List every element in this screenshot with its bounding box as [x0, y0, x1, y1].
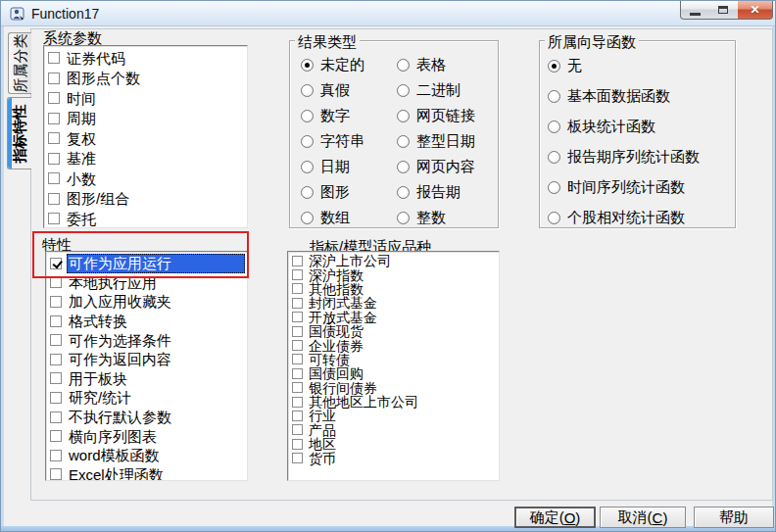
radio-option[interactable]: 未定的 — [301, 52, 364, 77]
checklist-item[interactable]: 小数 — [44, 169, 247, 189]
checklist-item[interactable]: word模板函数 — [46, 446, 247, 465]
checklist-item[interactable]: 行业 — [288, 409, 499, 422]
radio-icon[interactable] — [397, 59, 410, 72]
checkbox-icon[interactable] — [292, 340, 303, 351]
checkbox-icon[interactable] — [292, 256, 303, 266]
checklist-item[interactable]: 深沪指数 — [288, 267, 499, 281]
checkbox-icon[interactable] — [48, 172, 60, 184]
checklist-item[interactable]: 企业债券 — [288, 338, 499, 352]
radio-icon[interactable] — [301, 110, 314, 122]
checkbox-icon[interactable] — [48, 113, 60, 124]
checklist-item[interactable]: 封闭式基金 — [288, 296, 499, 310]
radio-option[interactable]: 无 — [548, 51, 700, 81]
radio-icon[interactable] — [397, 212, 410, 224]
checklist-item[interactable]: 产品 — [288, 423, 499, 437]
radio-icon[interactable] — [301, 186, 314, 199]
checkbox-icon[interactable] — [292, 397, 303, 408]
radio-icon[interactable] — [397, 186, 410, 199]
checkbox-icon[interactable] — [292, 453, 303, 463]
checkbox-icon[interactable] — [50, 315, 62, 327]
checklist-item[interactable]: 可作为选择条件 — [46, 330, 247, 350]
checked-checkbox-icon[interactable] — [50, 258, 62, 269]
radio-option[interactable]: 报告期序列统计函数 — [548, 142, 700, 172]
radio-option[interactable]: 二进制 — [397, 77, 475, 103]
checkbox-icon[interactable] — [292, 368, 303, 379]
radio-option[interactable]: 字符串 — [301, 128, 364, 154]
radio-option[interactable]: 图形 — [301, 179, 364, 205]
checkbox-icon[interactable] — [292, 312, 303, 322]
checklist-item[interactable]: 周期 — [44, 109, 247, 129]
checklist-item[interactable]: 可作为返回内容 — [46, 350, 247, 369]
tab-indicator-properties[interactable]: 指标特性 — [7, 97, 31, 169]
minimize-button[interactable] — [680, 1, 709, 20]
checklist-item[interactable]: 其他地区上市公司 — [288, 395, 499, 409]
checkbox-icon[interactable] — [292, 439, 303, 450]
checkbox-icon[interactable] — [292, 298, 303, 309]
checkbox-icon[interactable] — [50, 276, 62, 288]
checklist-item[interactable]: 委托 — [44, 209, 247, 228]
checklist-item[interactable]: 国债回购 — [288, 366, 499, 380]
ok-button[interactable]: 确定(O) — [514, 507, 596, 528]
checkbox-icon[interactable] — [292, 424, 303, 435]
checkbox-icon[interactable] — [50, 411, 62, 423]
radio-option[interactable]: 数字 — [301, 103, 364, 128]
checkbox-icon[interactable] — [48, 73, 60, 84]
radio-icon[interactable] — [548, 212, 560, 224]
close-button[interactable]: ✕ — [738, 1, 773, 20]
checkbox-icon[interactable] — [50, 354, 62, 365]
radio-option[interactable]: 网页链接 — [397, 103, 475, 128]
checklist-item[interactable]: 国债现货 — [288, 324, 499, 338]
checklist-item[interactable]: 复权 — [44, 128, 247, 149]
radio-option[interactable]: 个股相对统计函数 — [548, 203, 700, 233]
checklist-item[interactable]: 证券代码 — [44, 48, 247, 69]
radio-option[interactable]: 整数 — [397, 205, 475, 230]
checkbox-icon[interactable] — [50, 296, 62, 308]
radio-option[interactable]: 网页内容 — [397, 154, 475, 179]
checklist-item[interactable]: 图形点个数 — [44, 69, 247, 89]
checkbox-icon[interactable] — [292, 382, 303, 393]
checklist-item[interactable]: 开放式基金 — [288, 311, 499, 324]
varieties-list[interactable]: 深沪上市公司深沪指数其他指数封闭式基金开放式基金国债现货企业债券可转债国债回购银… — [287, 251, 500, 481]
checkbox-icon[interactable] — [50, 430, 62, 442]
checkbox-icon[interactable] — [292, 283, 303, 294]
radio-icon[interactable] — [397, 161, 410, 173]
checklist-item[interactable]: 深沪上市公司 — [288, 254, 499, 267]
radio-icon[interactable] — [548, 90, 560, 103]
radio-option[interactable]: 数组 — [301, 205, 364, 230]
radio-icon[interactable] — [301, 212, 314, 224]
radio-option[interactable]: 板块统计函数 — [548, 112, 700, 142]
tab-category[interactable]: 所属分类 — [8, 32, 31, 94]
checklist-item[interactable]: 基准 — [44, 149, 247, 169]
checklist-item[interactable]: 地区 — [288, 437, 499, 451]
checkbox-icon[interactable] — [292, 411, 303, 421]
checkbox-icon[interactable] — [50, 372, 62, 384]
checkbox-icon[interactable] — [48, 132, 60, 144]
checkbox-icon[interactable] — [50, 334, 62, 346]
radio-option[interactable]: 基本面数据函数 — [548, 81, 700, 112]
radio-icon[interactable] — [397, 110, 410, 122]
radio-icon[interactable] — [397, 84, 410, 97]
cancel-button[interactable]: 取消(C) — [600, 507, 686, 528]
checklist-item[interactable]: 可作为应用运行 — [46, 254, 247, 273]
radio-option[interactable]: 表格 — [397, 52, 475, 77]
radio-icon[interactable] — [548, 181, 560, 194]
checklist-item[interactable]: 货币 — [288, 451, 499, 464]
checkbox-icon[interactable] — [48, 92, 60, 104]
sys-params-list[interactable]: 证券代码图形点个数时间周期复权基准小数图形/组合委托 — [43, 45, 248, 228]
radio-icon[interactable] — [548, 151, 560, 164]
radio-option[interactable]: 日期 — [301, 154, 364, 179]
title-bar[interactable]: Function17 — [1, 1, 775, 26]
checkbox-icon[interactable] — [50, 468, 62, 480]
checkbox-icon[interactable] — [48, 213, 60, 224]
checkbox-icon[interactable] — [292, 354, 303, 364]
checklist-item[interactable]: 用于板块 — [46, 369, 247, 389]
checklist-item[interactable]: 本地执行应用 — [46, 273, 247, 293]
radio-icon[interactable] — [301, 161, 314, 173]
checklist-item[interactable]: 研究/统计 — [46, 388, 247, 408]
radio-option[interactable]: 报告期 — [397, 179, 475, 205]
checklist-item[interactable]: 时间 — [44, 88, 247, 109]
radio-option[interactable]: 整型日期 — [397, 128, 475, 154]
selected-radio-icon[interactable] — [301, 59, 314, 72]
selected-radio-icon[interactable] — [548, 60, 560, 73]
radio-icon[interactable] — [397, 135, 410, 148]
